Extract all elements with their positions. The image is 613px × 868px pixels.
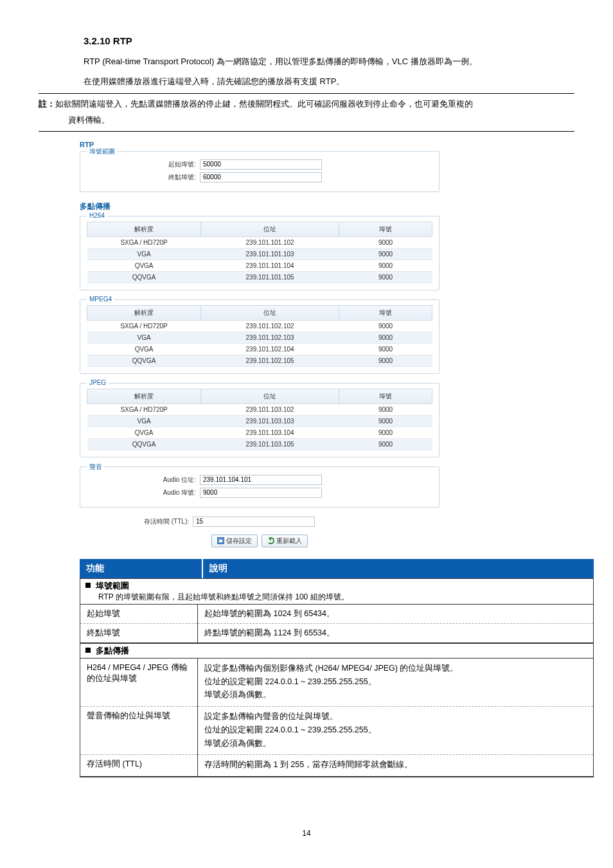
- note-block: 註： 如欲關閉遠端登入，先點選媒體播放器的停止鍵，然後關閉程式。此可確認伺服器收…: [39, 93, 574, 131]
- cell: 239.101.101.105: [201, 271, 339, 283]
- jpeg-group: JPEG 解析度 位址 埠號 SXGA / HD720P239.101.103.…: [80, 383, 440, 457]
- col-res: 解析度: [87, 389, 201, 403]
- reload-button-label: 重新載入: [276, 537, 302, 544]
- cell-line: 設定多點傳輸內個別影像格式 (H264/ MPEG4/ JPEG) 的位址與埠號…: [204, 662, 587, 675]
- note-label: 註：: [39, 99, 55, 109]
- cell-line: 位址的設定範圍 224.0.0.1 ~ 239.255.255.255。: [204, 724, 587, 736]
- desc-sec1-title-text: 埠號範圍: [96, 581, 129, 590]
- mpeg4-legend: MPEG4: [87, 296, 114, 303]
- col-port: 埠號: [339, 305, 432, 320]
- port-range-legend: 埠號範圍: [87, 147, 118, 156]
- cell: VGA: [87, 248, 201, 260]
- col-addr: 位址: [201, 222, 339, 236]
- rtp-panel-title: RTP: [80, 141, 440, 148]
- multicast-title: 多點傳播: [80, 201, 440, 212]
- cell: 239.101.103.104: [201, 427, 339, 438]
- rtp-settings-panel: RTP 埠號範圍 起始埠號: 終點埠號: 多點傳播 H264 解析度 位址 埠號: [80, 141, 440, 547]
- audio-legend: 聲音: [87, 463, 105, 472]
- cell: 9000: [339, 248, 432, 260]
- col-port: 埠號: [339, 222, 432, 236]
- desc-table-1: 起始埠號 起始埠號的範圍為 1024 到 65434。 終點埠號 終點埠號的範圍…: [80, 605, 593, 642]
- cell: 239.101.103.103: [201, 415, 339, 427]
- cell: QQVGA: [87, 438, 201, 450]
- col-res: 解析度: [87, 222, 201, 236]
- cell: 239.101.102.105: [201, 355, 339, 366]
- col-addr: 位址: [201, 389, 339, 403]
- cell-line: 存活時間的範圍為 1 到 255，當存活時間歸零就會斷線。: [204, 759, 587, 771]
- jpeg-table: 解析度 位址 埠號 SXGA / HD720P239.101.103.10290…: [87, 389, 432, 450]
- desc-sec1-title: 埠號範圍 RTP 的埠號範圍有限，且起始埠號和終點埠號之間須保持 100 組的埠…: [80, 578, 594, 605]
- cell: 239.101.102.103: [201, 332, 339, 343]
- mpeg4-table: 解析度 位址 埠號 SXGA / HD720P239.101.102.10290…: [87, 305, 432, 367]
- desc-sec2-title-text: 多點傳播: [96, 646, 129, 655]
- audio-port-label: Audio 埠號:: [87, 488, 200, 497]
- port-range-group: 埠號範圍 起始埠號: 終點埠號:: [80, 151, 440, 192]
- start-port-label: 起始埠號:: [87, 160, 200, 169]
- cell: 239.101.102.102: [201, 320, 339, 332]
- cell: 9000: [339, 403, 432, 415]
- intro-paragraph-2: 在使用媒體播放器進行遠端登入時，請先確認您的播放器有支援 RTP。: [84, 74, 574, 90]
- col-res: 解析度: [87, 305, 201, 320]
- bullet-icon: [85, 648, 91, 653]
- table-row: 聲音傳輸的位址與埠號 設定多點傳輸內聲音的位址與埠號。 位址的設定範圍 224.…: [80, 707, 593, 755]
- cell: 9000: [339, 355, 432, 366]
- cell: 9000: [339, 320, 432, 332]
- cell: 239.101.103.105: [201, 438, 339, 450]
- cell: 239.101.101.102: [201, 236, 339, 248]
- audio-port-input[interactable]: [200, 488, 322, 498]
- cell: QVGA: [87, 427, 201, 438]
- cell: SXGA / HD720P: [87, 403, 201, 415]
- cell-line: 位址的設定範圍 224.0.0.1 ~ 239.255.255.255。: [204, 676, 587, 688]
- cell: VGA: [87, 415, 201, 427]
- intro-paragraph-1: RTP (Real-time Transport Protocol) 為一網路協…: [84, 54, 574, 70]
- reload-icon: [267, 537, 274, 544]
- table-row: 終點埠號 終點埠號的範圍為 1124 到 65534。: [80, 623, 593, 642]
- audio-addr-input[interactable]: [200, 475, 322, 485]
- cell: 9000: [339, 260, 432, 271]
- desc-table-2: H264 / MPEG4 / JPEG 傳輸的位址與埠號 設定多點傳輸內個別影像…: [80, 659, 593, 776]
- cell-line: 埠號必須為偶數。: [204, 689, 587, 701]
- cell: 9000: [339, 236, 432, 248]
- cell: SXGA / HD720P: [87, 236, 201, 248]
- note-line-1: 如欲關閉遠端登入，先點選媒體播放器的停止鍵，然後關閉程式。此可確認伺服器收到停止…: [55, 99, 473, 109]
- cell: 9000: [339, 343, 432, 355]
- h264-table: 解析度 位址 埠號 SXGA / HD720P239.101.101.10290…: [87, 222, 432, 283]
- cell: 239.101.101.103: [201, 248, 339, 260]
- cell: 9000: [339, 415, 432, 427]
- desc-header: 功能 說明: [80, 559, 594, 578]
- cell: 終點埠號的範圍為 1124 到 65534。: [198, 623, 594, 642]
- cell: 239.101.102.104: [201, 343, 339, 355]
- cell: 存活時間 (TTL): [80, 755, 198, 776]
- section-heading: 3.2.10 RTP: [84, 35, 574, 46]
- h264-legend: H264: [87, 212, 107, 219]
- cell: 起始埠號: [80, 605, 198, 624]
- desc-sec1-sub: RTP 的埠號範圍有限，且起始埠號和終點埠號之間須保持 100 組的埠號。: [85, 592, 588, 603]
- save-icon: [217, 537, 224, 544]
- note-line-2: 資料傳輸。: [39, 112, 574, 128]
- cell: QVGA: [87, 343, 201, 355]
- ttl-label: 存活時間 (TTL):: [80, 517, 193, 526]
- table-row: 存活時間 (TTL) 存活時間的範圍為 1 到 255，當存活時間歸零就會斷線。: [80, 755, 593, 776]
- page-number: 14: [39, 829, 574, 838]
- cell: 239.101.103.102: [201, 403, 339, 415]
- cell: 9000: [339, 438, 432, 450]
- desc-sec2-title: 多點傳播: [80, 643, 594, 659]
- start-port-input[interactable]: [200, 159, 322, 170]
- cell: 設定多點傳輸內個別影像格式 (H264/ MPEG4/ JPEG) 的位址與埠號…: [198, 659, 594, 707]
- ttl-input[interactable]: [193, 517, 315, 527]
- cell: 9000: [339, 427, 432, 438]
- col-port: 埠號: [339, 389, 432, 403]
- cell: 聲音傳輸的位址與埠號: [80, 707, 198, 755]
- cell: 9000: [339, 332, 432, 343]
- h264-group: H264 解析度 位址 埠號 SXGA / HD720P239.101.101.…: [80, 216, 440, 290]
- reload-button[interactable]: 重新載入: [262, 535, 308, 547]
- save-button[interactable]: 儲存設定: [211, 535, 258, 547]
- jpeg-legend: JPEG: [87, 379, 109, 386]
- end-port-label: 終點埠號:: [87, 173, 200, 182]
- cell: SXGA / HD720P: [87, 320, 201, 332]
- desc-col-func: 功能: [80, 559, 203, 578]
- end-port-input[interactable]: [200, 172, 322, 182]
- cell-line: 埠號必須為偶數。: [204, 738, 587, 750]
- table-row: 起始埠號 起始埠號的範圍為 1024 到 65434。: [80, 605, 593, 624]
- cell: QVGA: [87, 260, 201, 271]
